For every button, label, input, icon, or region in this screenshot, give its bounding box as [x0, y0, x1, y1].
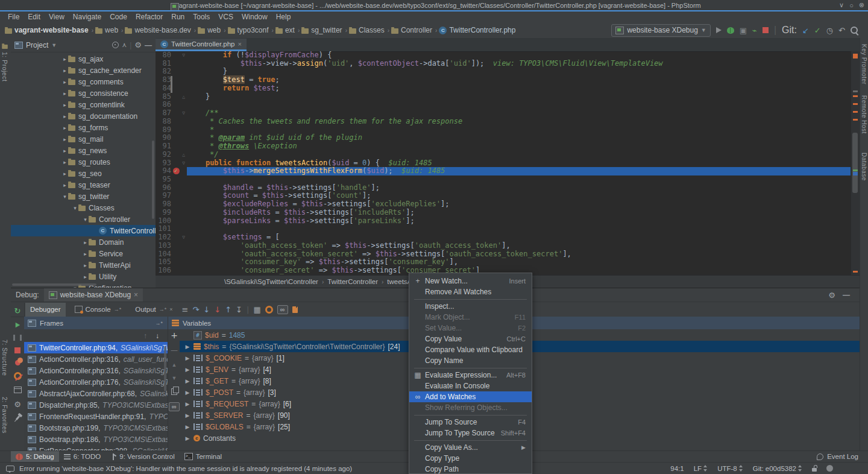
force-step-into-icon[interactable]: ↓	[214, 306, 221, 314]
pin-icon[interactable]	[15, 416, 19, 420]
gutter[interactable]: 101	[156, 225, 187, 233]
git-branch-widget[interactable]: Git: e00d5382	[753, 465, 802, 472]
breadcrumb-item[interactable]: TwitterController.php	[439, 26, 515, 34]
line-number[interactable]: 101	[158, 225, 171, 233]
line-number[interactable]: 92	[163, 151, 171, 159]
tree-item-sg-ajax[interactable]: ▸sg_ajax	[11, 53, 156, 65]
menu-help[interactable]: Help	[272, 13, 295, 21]
status-message-icon[interactable]	[6, 466, 14, 472]
step-into-icon[interactable]: ↓	[203, 306, 210, 314]
code-line-85[interactable]: 85△ }	[156, 93, 851, 101]
gutter[interactable]: 91	[156, 142, 187, 151]
gutter[interactable]: 90	[156, 134, 187, 142]
code-line-88[interactable]: 88 * Caches the tweets and renders them …	[156, 118, 851, 126]
code-line-91[interactable]: 91 * @throws \Exception	[156, 142, 851, 151]
tree-item-sg-news[interactable]: ▸sg_news	[11, 145, 156, 156]
tree-collapsed-icon[interactable]: ▶	[184, 435, 190, 441]
code-line-89[interactable]: 89 *	[156, 126, 851, 134]
tree-item-sg-routes[interactable]: ▸sg_routes	[11, 156, 156, 168]
tree-item-sg-contentlink[interactable]: ▸sg_contentlink	[11, 99, 156, 110]
tree-item-sg-mail[interactable]: ▸sg_mail	[11, 133, 156, 145]
code-line-90[interactable]: 90 * @param int $uid uid of the plugin	[156, 134, 851, 142]
menu-item-evaluate-expression-[interactable]: ▦Evaluate Expression...Alt+F8	[409, 370, 532, 381]
frame-row[interactable]: ActionController.php:316, call_user_func…	[24, 353, 168, 365]
menu-navigate[interactable]: Navigate	[69, 13, 105, 21]
gutter[interactable]: 86	[156, 101, 187, 109]
menu-edit[interactable]: Edit	[24, 13, 45, 21]
hide-panel-icon[interactable]: —	[145, 41, 152, 49]
tool-button-project[interactable]: 1: Project	[1, 43, 8, 81]
line-number[interactable]: 82	[163, 68, 171, 76]
fold-marker[interactable]: ▽	[182, 51, 185, 60]
stop-icon[interactable]	[14, 347, 20, 353]
gutter[interactable]: 98	[156, 200, 187, 209]
tree-item-twitterapi[interactable]: ▸TwitterApi	[11, 259, 156, 271]
tool-button-remote-host[interactable]: Remote Host	[861, 95, 867, 134]
git-commit-icon[interactable]: ✓	[814, 27, 821, 34]
frame-row[interactable]: ActionController.php:176, SGalinski\SgTw…	[24, 376, 168, 388]
tree-collapsed-icon[interactable]: ▸	[82, 239, 89, 245]
gutter[interactable]: 99	[156, 209, 187, 217]
line-number[interactable]: 90	[163, 134, 171, 142]
fold-marker[interactable]: ▽	[182, 159, 185, 168]
menu-item-new-watch-[interactable]: +New Watch...Insert	[409, 276, 532, 286]
show-values-inline-icon[interactable]	[277, 305, 288, 314]
debug-button[interactable]	[727, 27, 734, 34]
tree-collapsed-icon[interactable]: ▶	[184, 390, 190, 396]
editor-scrollbar[interactable]	[852, 133, 858, 193]
error-stripe[interactable]	[851, 51, 860, 275]
tool-button-structure[interactable]: 7: Structure	[1, 340, 8, 376]
run-button[interactable]	[716, 27, 722, 33]
line-number[interactable]: 84	[163, 84, 171, 93]
tree-collapsed-icon[interactable]: ▶	[184, 344, 190, 350]
gutter[interactable]: 96	[156, 184, 187, 192]
fold-marker[interactable]: △	[182, 93, 185, 101]
line-number[interactable]: 91	[163, 142, 171, 151]
menu-item-copy-value[interactable]: Copy ValueCtrl+C	[409, 333, 532, 344]
code-line-99[interactable]: 99 $includeRts = $this->settings['includ…	[156, 209, 851, 217]
fold-marker[interactable]: ▽	[182, 109, 185, 118]
tree-collapsed-icon[interactable]: ▸	[61, 79, 68, 85]
frames-options-icon[interactable]: →*	[155, 320, 163, 326]
step-over-icon[interactable]: ↷	[192, 306, 199, 314]
code-line-102[interactable]: 102▽ $settings = [	[156, 233, 851, 242]
highlighting-level-icon[interactable]	[826, 465, 833, 472]
gutter[interactable]: 80▽	[156, 51, 187, 60]
menu-item-copy-value-as-[interactable]: Copy Value As...▶	[409, 442, 532, 453]
menu-window[interactable]: Window	[237, 13, 272, 21]
tree-collapsed-icon[interactable]: ▶	[184, 355, 190, 361]
tree-collapsed-icon[interactable]: ▸	[61, 171, 68, 177]
tab-debugger[interactable]: Debugger	[25, 303, 66, 317]
tree-collapsed-icon[interactable]: ▸	[61, 136, 68, 142]
settings-icon[interactable]: ⚙	[828, 291, 835, 300]
close-tab-icon[interactable]: ×	[237, 40, 241, 48]
line-number[interactable]: 94	[163, 167, 171, 175]
line-number[interactable]: 104	[158, 250, 171, 259]
tree-item-controller[interactable]: ▾Controller	[11, 213, 156, 225]
line-number[interactable]: 80	[163, 51, 171, 60]
editor-tab[interactable]: TwitterController.php ×	[156, 39, 247, 51]
project-hscrollbar[interactable]	[12, 283, 96, 286]
tree-collapsed-icon[interactable]: ▶	[184, 367, 190, 373]
next-frame-icon[interactable]: ↓	[156, 332, 159, 340]
tool-button-database[interactable]: Database	[861, 153, 867, 181]
code-line-83[interactable]: 83 $test = true;	[156, 76, 851, 84]
line-number[interactable]: 93	[163, 159, 171, 168]
breadcrumb-item[interactable]: typo3conf	[228, 26, 269, 34]
coverage-button[interactable]: ▣	[740, 27, 747, 34]
menu-file[interactable]: File	[4, 13, 24, 21]
tree-item-sg-teaser[interactable]: ▸sg_teaser	[11, 179, 156, 191]
evaluate-expression-icon[interactable]: ▦	[253, 306, 260, 314]
show-execution-point-icon[interactable]: ≡	[182, 306, 189, 314]
tree-item-sg-comments[interactable]: ▸sg_comments	[11, 76, 156, 87]
gutter[interactable]: 89	[156, 126, 187, 134]
code-line-100[interactable]: 100 $parseLinks = $this->settings['parse…	[156, 217, 851, 226]
frame-row[interactable]: FrontendRequestHandler.php:91, TYPO3\C	[24, 411, 168, 422]
fold-marker[interactable]: △	[182, 151, 185, 159]
close-icon[interactable]: ⊗	[859, 1, 864, 9]
line-number[interactable]: 83	[163, 76, 171, 84]
menu-tools[interactable]: Tools	[189, 13, 214, 21]
tree-collapsed-icon[interactable]: ▸	[61, 148, 68, 154]
minimize-icon[interactable]: ∨	[839, 1, 844, 9]
frames-scrollbar[interactable]	[164, 346, 166, 391]
